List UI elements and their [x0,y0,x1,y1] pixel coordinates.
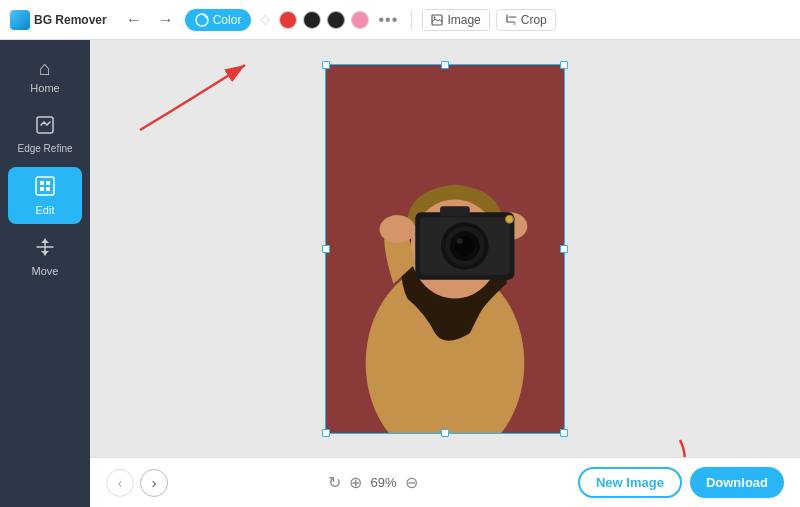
zoom-level: 69% [370,475,396,490]
color-swatch-black2[interactable] [327,11,345,29]
svg-rect-23 [440,206,470,216]
image-icon [431,14,443,26]
sidebar-item-edit[interactable]: Edit [8,167,82,224]
more-button[interactable]: ••• [375,7,401,33]
move-icon [34,236,56,261]
edge-icon [34,114,56,139]
sidebar-item-home[interactable]: ⌂ Home [8,50,82,102]
canvas-content[interactable] [90,40,800,457]
sidebar: ⌂ Home Edge Refine Ed [0,40,90,507]
zoom-controls: ↻ ⊕ 69% ⊖ [328,473,417,492]
image-label: Image [447,13,480,27]
app-name: BG Remover [34,13,107,27]
color-swatch-red[interactable] [279,11,297,29]
rotate-icon: ↻ [328,473,341,492]
svg-rect-3 [513,22,516,25]
diamond-icon[interactable]: ♢ [257,12,273,28]
sidebar-label-edit: Edit [36,204,55,216]
color-swatch-pink[interactable] [351,11,369,29]
svg-point-24 [505,215,513,223]
zoom-out-button[interactable]: ⊖ [405,473,418,492]
sidebar-item-edge[interactable]: Edge Refine [8,106,82,163]
app-logo: BG Remover [10,10,107,30]
crop-button[interactable]: Crop [496,9,556,31]
handle-middle-left[interactable] [322,245,330,253]
app-logo-icon [10,10,30,30]
redo-button[interactable]: → [153,7,179,33]
sidebar-item-move[interactable]: Move [8,228,82,285]
svg-rect-8 [40,187,44,191]
edit-icon [34,175,56,200]
svg-rect-4 [37,117,53,133]
prev-button[interactable]: ‹ [106,469,134,497]
handle-top-right[interactable] [560,61,568,69]
download-button[interactable]: Download [690,467,784,498]
zoom-in-button[interactable]: ⊕ [349,473,362,492]
topbar: BG Remover ← → Color ♢ ••• Image Crop [0,0,800,40]
action-buttons: New Image Download [578,467,784,498]
handle-top-middle[interactable] [441,61,449,69]
handle-middle-right[interactable] [560,245,568,253]
color-swatch-black[interactable] [303,11,321,29]
handle-bottom-left[interactable] [322,429,330,437]
handle-top-left[interactable] [322,61,330,69]
next-button[interactable]: › [140,469,168,497]
image-background [326,65,564,433]
sidebar-label-move: Move [32,265,59,277]
home-icon: ⌂ [39,58,51,78]
crop-label: Crop [521,13,547,27]
svg-point-14 [380,215,416,243]
color-icon [195,13,209,27]
photo-subject [326,65,564,433]
crop-icon [505,14,517,26]
main-area: ⌂ Home Edge Refine Ed [0,40,800,507]
svg-rect-5 [36,177,54,195]
nav-arrows: ‹ › [106,469,168,497]
sidebar-label-home: Home [30,82,59,94]
color-label: Color [213,13,242,27]
handle-bottom-right[interactable] [560,429,568,437]
handle-bottom-middle[interactable] [441,429,449,437]
sidebar-label-edge: Edge Refine [17,143,72,155]
toolbar-divider [411,10,412,30]
canvas-area: ‹ › ↻ ⊕ 69% ⊖ New Image Download [90,40,800,507]
svg-rect-9 [46,187,50,191]
svg-point-22 [457,238,463,244]
svg-point-2 [434,16,436,18]
new-image-button[interactable]: New Image [578,467,682,498]
image-button[interactable]: Image [422,9,489,31]
image-frame[interactable] [325,64,565,434]
bottom-bar: ‹ › ↻ ⊕ 69% ⊖ New Image Download [90,457,800,507]
svg-rect-6 [40,181,44,185]
color-button[interactable]: Color [185,9,252,31]
undo-button[interactable]: ← [121,7,147,33]
svg-rect-7 [46,181,50,185]
